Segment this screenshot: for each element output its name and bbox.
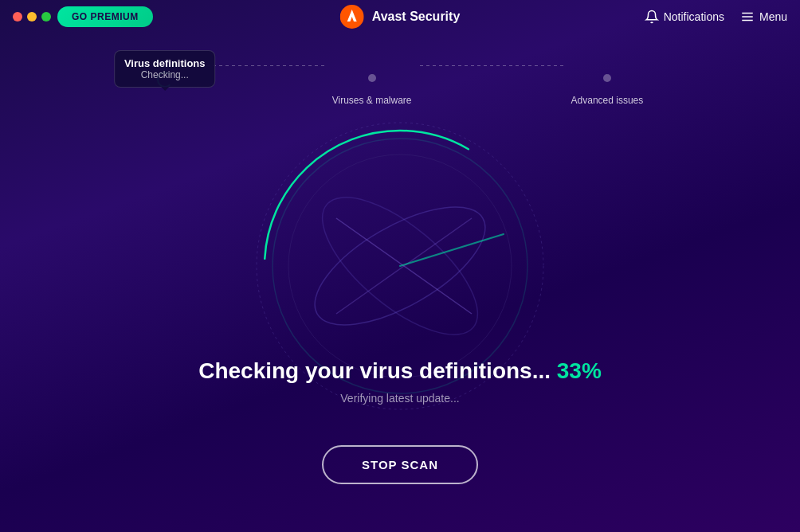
minimize-button[interactable] (27, 12, 37, 22)
avast-logo-icon (340, 5, 364, 29)
menu-label: Menu (759, 10, 787, 23)
heading-text: Checking your virus definitions... (198, 358, 551, 383)
steps-container: Virus definitions Checking... Viruses & … (0, 33, 800, 114)
maximize-button[interactable] (41, 12, 51, 22)
sub-text: Verifying latest update... (0, 392, 800, 405)
titlebar: GO PREMIUM Avast Security Notifications … (0, 0, 800, 33)
go-premium-button[interactable]: GO PREMIUM (57, 6, 153, 27)
titlebar-right: Notifications Menu (645, 10, 787, 24)
traffic-lights (13, 12, 51, 22)
step-indicator-3 (603, 74, 611, 82)
stop-scan-button[interactable]: STOP SCAN (322, 445, 478, 484)
menu-button[interactable]: Menu (740, 10, 787, 24)
titlebar-left: GO PREMIUM (13, 6, 153, 27)
step-connector-2 (420, 65, 563, 66)
step-virus-definitions: Virus definitions Checking... (157, 54, 173, 100)
titlebar-center: Avast Security (340, 5, 461, 29)
step-label-3: Advanced issues (571, 95, 644, 106)
step-advanced-issues: Advanced issues (571, 49, 644, 106)
main-heading: Checking your virus definitions... 33% (0, 358, 800, 384)
close-button[interactable] (13, 12, 22, 22)
bell-icon (645, 10, 659, 24)
app-title: Avast Security (372, 10, 461, 24)
step-connector-1 (181, 65, 324, 66)
step-viruses-malware: Viruses & malware (332, 49, 412, 106)
percentage-text: 33% (557, 358, 602, 383)
text-content: Checking your virus definitions... 33% V… (0, 358, 800, 405)
notifications-button[interactable]: Notifications (645, 10, 724, 24)
menu-icon (740, 10, 755, 24)
notifications-label: Notifications (664, 10, 724, 23)
step-label-2: Viruses & malware (332, 95, 412, 106)
step-indicator-2 (368, 74, 376, 82)
step-indicator-1 (157, 72, 173, 88)
